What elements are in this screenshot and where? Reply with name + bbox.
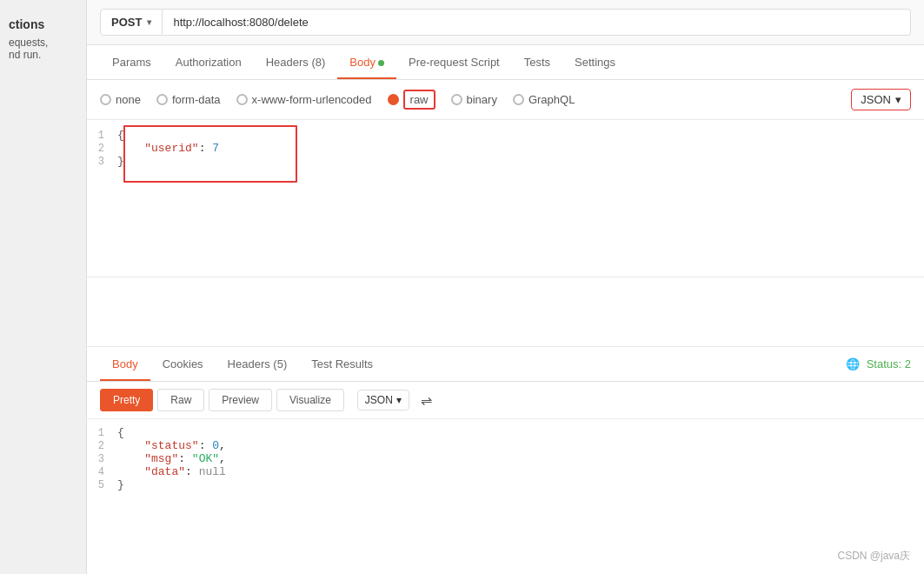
line-content-3: } <box>117 155 924 168</box>
radio-none <box>100 94 111 105</box>
response-tab-headers[interactable]: Headers (5) <box>216 347 300 381</box>
resp-code-line-5: 5 } <box>87 478 924 491</box>
option-binary[interactable]: binary <box>451 93 497 106</box>
option-none[interactable]: none <box>100 93 141 106</box>
resp-line-content-1: { <box>117 426 924 439</box>
editor-spacer <box>87 277 924 347</box>
sidebar-text: ctions equests, nd run. <box>9 17 77 61</box>
resp-code-line-1: 1 { <box>87 426 924 439</box>
code-line-1: 1 { <box>87 129 924 142</box>
response-tab-cookies[interactable]: Cookies <box>150 347 216 381</box>
url-bar: POST ▾ <box>87 0 924 45</box>
line-content-1: { <box>117 129 924 142</box>
response-tab-test-results[interactable]: Test Results <box>299 347 385 381</box>
json-type-select[interactable]: JSON ▾ <box>851 89 911 110</box>
request-tabs-row: Params Authorization Headers (8) Body Pr… <box>87 45 924 80</box>
body-options-row: none form-data x-www-form-urlencoded raw… <box>87 80 924 120</box>
watermark: CSDN @java庆 <box>837 549 910 564</box>
resp-line-num-3: 3 <box>87 453 117 465</box>
line-number-1: 1 <box>87 130 117 142</box>
option-graphql[interactable]: GraphQL <box>513 93 575 106</box>
tab-authorization[interactable]: Authorization <box>163 45 254 79</box>
request-code-area[interactable]: 1 { 2 "userid": 7 3 } <box>87 120 924 277</box>
line-content-2: "userid": 7 <box>117 142 924 155</box>
format-pretty-button[interactable]: Pretty <box>100 389 153 411</box>
body-dot <box>378 60 384 66</box>
response-section: Body Cookies Headers (5) Test Results 🌐 … <box>87 347 924 574</box>
option-urlencoded[interactable]: x-www-form-urlencoded <box>236 93 372 106</box>
line-number-3: 3 <box>87 156 117 168</box>
radio-binary <box>451 94 462 105</box>
request-body-editor[interactable]: 1 { 2 "userid": 7 3 } <box>87 120 924 277</box>
wrap-icon[interactable]: ⇌ <box>421 392 432 409</box>
tab-params[interactable]: Params <box>100 45 163 79</box>
response-tab-body[interactable]: Body <box>100 347 150 381</box>
method-chevron-icon: ▾ <box>147 17 151 27</box>
code-line-3: 3 } <box>87 155 924 168</box>
response-status: 🌐 Status: 2 <box>846 347 911 381</box>
radio-form-data <box>156 94 168 105</box>
radio-graphql <box>513 94 524 105</box>
resp-line-num-4: 4 <box>87 466 117 478</box>
response-tabs-row: Body Cookies Headers (5) Test Results 🌐 … <box>87 347 924 382</box>
response-json-select[interactable]: JSON ▾ <box>357 390 409 410</box>
option-raw[interactable]: raw <box>388 90 435 110</box>
resp-line-num-1: 1 <box>87 427 117 439</box>
method-label: POST <box>111 16 142 29</box>
radio-raw <box>388 94 399 105</box>
tab-headers[interactable]: Headers (8) <box>254 45 338 79</box>
resp-line-content-3: "msg": "OK", <box>117 452 924 465</box>
resp-code-line-4: 4 "data": null <box>87 465 924 478</box>
globe-icon: 🌐 <box>846 357 860 370</box>
radio-urlencoded <box>236 94 248 105</box>
url-input[interactable] <box>163 9 911 36</box>
resp-line-content-4: "data": null <box>117 465 924 478</box>
format-visualize-button[interactable]: Visualize <box>276 389 344 411</box>
code-line-2: 2 "userid": 7 <box>87 142 924 155</box>
resp-json-chevron-icon: ▾ <box>396 394 402 406</box>
raw-label: raw <box>403 90 435 110</box>
resp-line-num-2: 2 <box>87 440 117 452</box>
tab-pre-request[interactable]: Pre-request Script <box>396 45 512 79</box>
resp-code-line-2: 2 "status": 0, <box>87 439 924 452</box>
sidebar: ctions equests, nd run. <box>0 0 87 574</box>
format-preview-button[interactable]: Preview <box>209 389 272 411</box>
main-content: POST ▾ Params Authorization Headers (8) … <box>87 0 924 574</box>
response-code-area: 1 { 2 "status": 0, 3 "msg": "OK", 4 "dat… <box>87 419 924 498</box>
resp-line-content-5: } <box>117 478 924 491</box>
tab-body[interactable]: Body <box>337 45 396 79</box>
resp-code-line-3: 3 "msg": "OK", <box>87 452 924 465</box>
method-selector[interactable]: POST ▾ <box>100 9 163 36</box>
line-number-2: 2 <box>87 143 117 155</box>
tab-tests[interactable]: Tests <box>512 45 562 79</box>
response-format-bar: Pretty Raw Preview Visualize JSON ▾ ⇌ <box>87 382 924 419</box>
tab-settings[interactable]: Settings <box>562 45 628 79</box>
resp-line-num-5: 5 <box>87 479 117 491</box>
resp-line-content-2: "status": 0, <box>117 439 924 452</box>
option-form-data[interactable]: form-data <box>156 93 221 106</box>
json-chevron-icon: ▾ <box>895 93 901 106</box>
format-raw-button[interactable]: Raw <box>157 389 204 411</box>
